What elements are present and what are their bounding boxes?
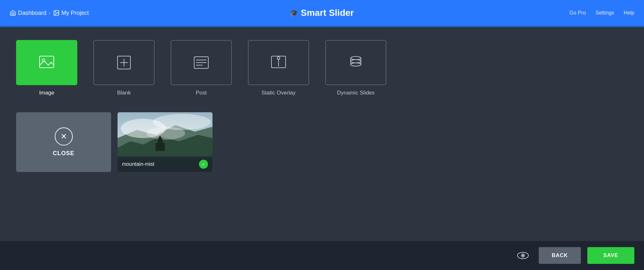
- image-icon: [37, 53, 56, 72]
- svg-rect-29: [156, 143, 159, 151]
- slide-type-dynamic-label: Dynamic Slides: [337, 90, 374, 96]
- project-icon: [53, 10, 60, 16]
- slide-type-static-overlay[interactable]: Static Overlay: [248, 40, 309, 96]
- go-pro-link[interactable]: Go Pro: [570, 10, 586, 16]
- svg-rect-30: [162, 143, 165, 151]
- preview-button[interactable]: [517, 249, 529, 262]
- image-card-footer: mountain-mist ✓: [118, 156, 213, 172]
- back-button[interactable]: BACK: [539, 247, 581, 264]
- mountain-mist-card[interactable]: mountain-mist ✓: [118, 112, 213, 172]
- home-icon: [10, 10, 16, 16]
- slide-type-post[interactable]: Post: [171, 40, 232, 96]
- slide-type-blank[interactable]: Blank: [93, 40, 155, 96]
- slide-type-image-box[interactable]: [16, 40, 77, 85]
- static-overlay-icon: [269, 53, 288, 72]
- settings-link[interactable]: Settings: [595, 10, 614, 16]
- slide-type-post-box[interactable]: [171, 40, 232, 85]
- slide-type-post-label: Post: [196, 90, 207, 96]
- svg-rect-2: [40, 56, 54, 68]
- save-button[interactable]: SAVE: [587, 247, 634, 264]
- post-icon: [192, 53, 211, 72]
- svg-point-15: [351, 56, 361, 60]
- svg-point-19: [351, 63, 361, 66]
- project-breadcrumb[interactable]: My Project: [53, 10, 89, 16]
- header: Dashboard › My Project 🎓 Smart Slider Go…: [0, 0, 644, 26]
- project-label: My Project: [62, 10, 89, 16]
- slide-type-dynamic-box[interactable]: [325, 40, 386, 85]
- eye-icon: [517, 251, 529, 260]
- slide-types-row: Image Blank Pos: [16, 40, 628, 96]
- images-section: ✕ CLOSE: [16, 112, 628, 172]
- blank-icon: [114, 53, 134, 72]
- slide-type-static-overlay-box[interactable]: [248, 40, 309, 85]
- brand: 🎓 Smart Slider: [290, 8, 354, 18]
- slide-type-image-label: Image: [39, 90, 54, 96]
- brand-name: Smart Slider: [301, 8, 354, 18]
- close-label: CLOSE: [53, 150, 74, 157]
- mountain-mist-label: mountain-mist: [122, 161, 154, 167]
- dashboard-label: Dashboard: [18, 10, 46, 16]
- close-card[interactable]: ✕ CLOSE: [16, 112, 111, 172]
- header-nav: Go Pro Settings Help: [570, 10, 634, 16]
- check-icon: ✓: [199, 160, 208, 169]
- svg-point-18: [351, 60, 361, 63]
- footer: BACK SAVE: [0, 241, 644, 270]
- close-icon: ✕: [55, 127, 73, 145]
- breadcrumb: Dashboard › My Project: [10, 10, 89, 16]
- breadcrumb-chevron: ›: [49, 10, 51, 15]
- svg-point-1: [55, 12, 56, 13]
- svg-point-33: [522, 255, 524, 256]
- main-content: Image Blank Pos: [0, 27, 644, 172]
- dashboard-breadcrumb[interactable]: Dashboard: [10, 10, 46, 16]
- slide-type-image[interactable]: Image: [16, 40, 77, 96]
- dynamic-slides-icon: [346, 53, 365, 72]
- slide-type-dynamic[interactable]: Dynamic Slides: [325, 40, 386, 96]
- help-link[interactable]: Help: [624, 10, 634, 16]
- slide-type-blank-label: Blank: [117, 90, 131, 96]
- brand-icon: 🎓: [290, 9, 298, 17]
- slide-type-blank-box[interactable]: [93, 40, 155, 85]
- svg-point-26: [147, 127, 185, 140]
- slide-type-static-overlay-label: Static Overlay: [261, 90, 296, 96]
